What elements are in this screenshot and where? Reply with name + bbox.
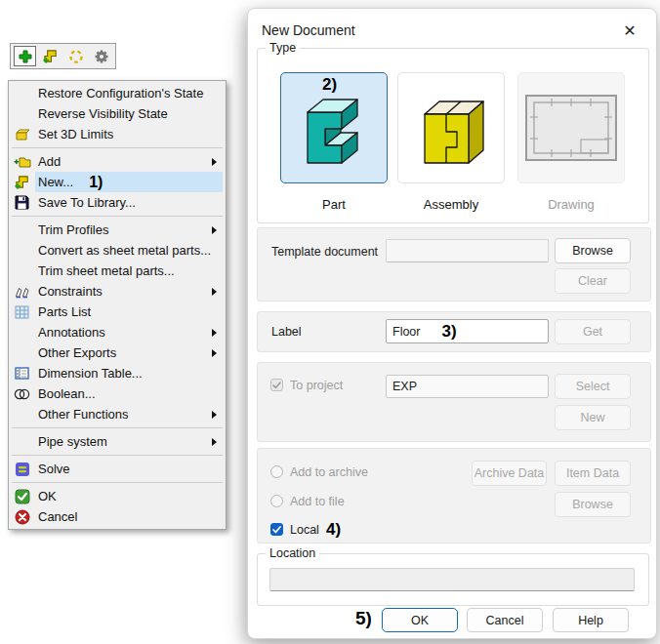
local-checkbox[interactable] xyxy=(270,523,283,536)
menu-item-restore-configurations-state[interactable]: Restore Configuration's State xyxy=(9,83,226,103)
add-plus-icon[interactable] xyxy=(14,46,36,66)
dialog-title: New Document xyxy=(262,22,355,38)
table-icon xyxy=(9,302,35,322)
menu-separator xyxy=(12,147,223,148)
new-document-dialog: New Document ✕ Type 2) xyxy=(247,8,657,639)
tile-assembly-label: Assembly xyxy=(397,197,505,212)
close-icon[interactable]: ✕ xyxy=(619,20,640,41)
menu-item-other-functions[interactable]: Other Functions xyxy=(9,404,226,424)
menu-separator xyxy=(12,482,223,483)
menu-item-cancel[interactable]: Cancel xyxy=(9,506,226,527)
menu-item-add[interactable]: Add xyxy=(9,151,226,172)
location-legend: Location xyxy=(266,546,319,561)
menu-item-save-to-library[interactable]: Save To Library... xyxy=(9,192,226,213)
label-label: Label xyxy=(271,325,302,339)
step-annotation-5: 5) xyxy=(355,608,372,629)
submenu-arrow-icon xyxy=(212,329,217,337)
cancel-button[interactable]: Cancel xyxy=(467,608,543,632)
selection-loop-icon[interactable] xyxy=(64,46,87,66)
tile-drawing xyxy=(517,72,625,183)
cancel-x-icon xyxy=(9,506,35,527)
new-profile-icon[interactable] xyxy=(39,46,62,66)
new-profile-icon xyxy=(9,172,35,192)
ok-button[interactable]: OK xyxy=(382,608,458,632)
label-get-button: Get xyxy=(555,319,631,344)
step-annotation-1: 1) xyxy=(89,174,103,191)
type-legend: Type xyxy=(266,41,300,56)
menu-item-pipe-system[interactable]: Pipe system xyxy=(9,431,226,452)
archive-data-button: Archive Data xyxy=(472,461,547,486)
menu-item-set-3d-limits[interactable]: Set 3D Limits xyxy=(9,124,226,144)
label-card: Label Floor 3) Get xyxy=(257,311,651,352)
menu-separator xyxy=(12,427,223,428)
dimension-table-icon xyxy=(9,363,35,383)
add-to-archive-radio xyxy=(270,465,283,478)
menu-separator xyxy=(12,455,223,456)
project-new-button: New xyxy=(555,405,631,430)
help-button[interactable]: Help xyxy=(553,608,629,632)
item-data-button: Item Data xyxy=(555,461,631,486)
context-menu: Restore Configuration's State Reverse Vi… xyxy=(8,80,227,530)
add-folder-icon xyxy=(9,151,35,172)
tile-part[interactable]: 2) xyxy=(280,72,388,183)
menu-item-constraints[interactable]: Constraints xyxy=(9,281,226,302)
drawing-sheet-icon xyxy=(524,94,618,162)
local-label: Local xyxy=(290,523,319,537)
file-browse-button: Browse xyxy=(555,492,631,517)
archive-card: Add to archive Archive Data Item Data Ad… xyxy=(257,448,651,543)
menu-item-parts-list[interactable]: Parts List xyxy=(9,302,226,322)
solve-equals-icon xyxy=(9,459,35,479)
project-input: EXP xyxy=(386,375,549,398)
submenu-arrow-icon xyxy=(212,226,217,234)
template-clear-button: Clear xyxy=(555,268,631,294)
quick-toolbar xyxy=(10,43,116,69)
part-3d-icon xyxy=(296,83,372,173)
to-project-label: To project xyxy=(290,379,343,392)
menu-item-trim-profiles[interactable]: Trim Profiles xyxy=(9,220,226,240)
submenu-arrow-icon xyxy=(212,158,217,166)
step-annotation-2: 2) xyxy=(322,75,337,95)
ok-check-icon xyxy=(9,486,35,506)
assembly-3d-icon xyxy=(413,89,489,167)
template-label: Template document xyxy=(271,245,378,259)
menu-item-boolean[interactable]: Boolean... xyxy=(9,383,226,404)
step-annotation-4: 4) xyxy=(326,520,341,540)
menu-item-trim-sheet-metal[interactable]: Trim sheet metal parts... xyxy=(9,261,226,281)
template-input[interactable] xyxy=(386,239,549,262)
submenu-arrow-icon xyxy=(212,288,217,296)
label-input[interactable]: Floor 3) xyxy=(386,319,549,343)
location-group: Location xyxy=(257,553,649,606)
add-to-file-label: Add to file xyxy=(290,495,345,508)
submenu-arrow-icon xyxy=(212,411,217,419)
template-card: Template document Browse Clear xyxy=(257,227,651,302)
floppy-icon xyxy=(9,192,35,213)
menu-item-other-exports[interactable]: Other Exports xyxy=(9,342,226,363)
menu-item-reverse-visibility-state[interactable]: Reverse Visibility State xyxy=(9,103,226,124)
template-browse-button[interactable]: Browse xyxy=(555,238,631,263)
project-select-button: Select xyxy=(555,374,631,399)
settings-gear-icon[interactable] xyxy=(90,46,112,66)
menu-item-annotations[interactable]: Annotations xyxy=(9,322,226,342)
type-group: Type 2) xyxy=(257,48,649,223)
location-input xyxy=(269,568,635,591)
menu-item-solve[interactable]: Solve xyxy=(9,459,226,479)
add-to-archive-label: Add to archive xyxy=(290,465,368,479)
boolean-rings-icon xyxy=(9,383,35,404)
project-card: To project EXP Select New xyxy=(257,362,651,442)
to-project-checkbox xyxy=(270,379,283,391)
menu-item-dimension-table[interactable]: Dimension Table... xyxy=(9,363,226,383)
submenu-arrow-icon xyxy=(212,438,217,446)
tile-drawing-label: Drawing xyxy=(517,197,625,212)
constraints-icon xyxy=(9,281,35,302)
add-to-file-radio xyxy=(270,495,283,507)
menu-item-ok[interactable]: OK xyxy=(9,486,226,506)
tile-part-label: Part xyxy=(280,197,388,212)
submenu-arrow-icon xyxy=(212,349,217,357)
menu-item-new[interactable]: New...1) xyxy=(9,172,226,192)
box-3d-icon xyxy=(9,124,35,144)
step-annotation-3: 3) xyxy=(441,322,456,342)
tile-assembly[interactable] xyxy=(397,72,505,183)
menu-separator xyxy=(12,216,223,217)
menu-item-convert-sheet-metal[interactable]: Convert as sheet metal parts... xyxy=(9,240,226,261)
